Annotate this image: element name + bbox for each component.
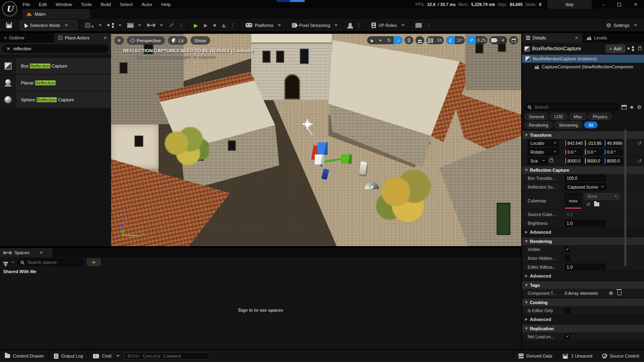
filter-rendering[interactable]: Rendering <box>524 121 553 128</box>
list-item-box-reflection-capture[interactable]: Box Reflection Capture <box>0 58 111 74</box>
settings-dropdown[interactable]: ⚙ Settings <box>603 21 640 30</box>
cinematics-dropdown[interactable] <box>124 21 144 30</box>
reset-location-icon[interactable]: ↺ <box>638 140 642 146</box>
gizmo-handle-z[interactable] <box>318 142 328 155</box>
close-tab-icon[interactable]: ✕ <box>39 250 43 255</box>
rotation-dropdown[interactable]: Rotatio <box>528 148 559 155</box>
stop-button[interactable]: ■ <box>211 21 219 30</box>
rotation-snap-toggle[interactable]: ∠ <box>446 36 455 44</box>
toolbar-overflow-dots[interactable]: ⋮ <box>177 22 186 28</box>
scale-lock-icon[interactable] <box>549 159 553 162</box>
pixel-streaming-dropdown[interactable]: Pixel Streaming <box>289 21 341 30</box>
favorites-star-icon[interactable]: ★ <box>630 104 634 110</box>
gizmo-center[interactable] <box>315 154 324 165</box>
cubemap-use-selected-icon[interactable]: ↺ <box>586 202 590 207</box>
editor-billboard-field[interactable]: 1.0 <box>565 264 606 270</box>
eject-button[interactable]: ▲ <box>219 21 229 30</box>
section-replication[interactable]: ▾ Replication <box>522 325 644 332</box>
world-space-button[interactable] <box>405 36 413 44</box>
selection-mode-dropdown[interactable]: Selection Mode <box>20 21 77 30</box>
maximize-button[interactable] <box>617 3 621 6</box>
viewport-options-button[interactable]: ≡ <box>114 36 124 45</box>
trash-icon[interactable] <box>617 291 621 295</box>
cmd-dropdown[interactable]: >_ Cmd <box>88 350 124 362</box>
tab-details[interactable]: Details ✕ <box>522 33 582 43</box>
details-settings-gear-icon[interactable]: ⚙ <box>637 104 642 110</box>
perspective-dropdown[interactable]: Perspective <box>127 36 165 45</box>
derived-data-button[interactable]: Derived Data <box>513 350 557 362</box>
move-tool[interactable]: + <box>376 36 385 44</box>
actor-hidden-checkbox[interactable] <box>565 255 570 261</box>
location-y-field[interactable]: -313.85 <box>584 140 603 146</box>
content-drawer-button[interactable]: Content Drawer <box>0 350 49 362</box>
advanced-row-cooking[interactable]: ▸ Advanced <box>522 315 644 324</box>
cubemap-thumbnail[interactable]: None <box>565 193 582 209</box>
unreal-logo[interactable]: U <box>2 1 17 16</box>
sequencer-dropdown[interactable] <box>144 21 166 30</box>
camera-speed-toggle[interactable] <box>489 36 498 44</box>
point-light-sprite[interactable] <box>302 119 313 130</box>
platforms-dropdown[interactable]: Platforms <box>243 21 284 30</box>
output-log-button[interactable]: Output Log <box>49 350 88 362</box>
close-button[interactable]: ✕ <box>634 2 638 7</box>
menu-file[interactable]: File <box>23 2 30 7</box>
list-item-planar-reflection[interactable]: Planar Reflection <box>0 75 111 91</box>
place-actors-search-input[interactable] <box>2 45 109 53</box>
level-viewport[interactable]: Z X Y ≡ Perspective Lit Show REFLECTION … <box>111 34 521 246</box>
section-tags[interactable]: ▾ Tags <box>522 281 644 289</box>
details-search-input[interactable] <box>524 103 619 111</box>
presence-dots[interactable]: ⋮ <box>355 22 363 28</box>
rotation-snap-value[interactable]: 10° <box>455 36 465 44</box>
scale-y-field[interactable]: 8000.0 <box>584 158 603 164</box>
select-tool[interactable] <box>367 36 376 44</box>
rotation-y-field[interactable]: 0.0 ° <box>584 149 603 155</box>
scale-z-field[interactable]: 8000.0 <box>604 158 623 164</box>
level-tab-main[interactable]: Main• <box>23 9 90 19</box>
tree-row-instance[interactable]: BoxReflectionCapture (Instance) <box>522 55 644 63</box>
location-dropdown[interactable]: Locatio <box>528 140 559 146</box>
blueprints-dropdown[interactable] <box>105 21 124 30</box>
scale-x-field[interactable]: 8000.0 <box>565 158 583 164</box>
gizmo-stem-y[interactable] <box>323 158 343 163</box>
menu-edit[interactable]: Edit <box>39 2 47 7</box>
vcam-dots[interactable]: ⋮ <box>425 22 433 28</box>
rotate-tool[interactable]: ↻ <box>385 36 394 44</box>
add-tag-icon[interactable]: ⊕ <box>609 290 613 296</box>
tab-place-actors[interactable]: Place Actors ✕ <box>54 33 111 43</box>
filter-general[interactable]: General <box>524 113 548 120</box>
filter-streaming[interactable]: Streaming <box>554 121 582 128</box>
location-z-field[interactable]: 49.9999 <box>604 140 623 146</box>
filter-physics[interactable]: Physics <box>588 113 612 120</box>
add-component-button[interactable]: + Add <box>606 45 625 53</box>
close-tab-icon[interactable]: ✕ <box>103 35 107 41</box>
source-control-button[interactable]: Source Control <box>597 350 644 362</box>
close-tab-icon[interactable]: ✕ <box>575 35 578 41</box>
add-actor-dropdown[interactable]: + <box>83 21 105 30</box>
reflection-source-dropdown[interactable]: Captured Scene <box>565 183 607 190</box>
lock-icon[interactable] <box>638 47 642 50</box>
presence-button[interactable] <box>346 21 355 30</box>
scale-dropdown[interactable]: Sca <box>528 157 548 164</box>
minimize-button[interactable]: – <box>602 2 605 7</box>
save-button[interactable] <box>3 21 15 30</box>
sky-light-sprite[interactable] <box>365 182 379 193</box>
tree-row-capture-component[interactable]: CaptureComponent (NewReflectionComponen <box>522 63 644 71</box>
spaces-filter-button[interactable] <box>3 262 14 263</box>
spaces-search-input[interactable] <box>17 259 84 266</box>
scale-snap-value[interactable]: 0.25 <box>476 36 487 44</box>
show-dropdown[interactable]: Show <box>190 36 210 45</box>
gizmo-handle-y[interactable] <box>341 154 352 164</box>
scale-tool[interactable]: ↔ <box>394 36 402 44</box>
filter-all[interactable]: All <box>584 121 598 128</box>
reset-scale-icon[interactable]: ↺ <box>638 158 642 164</box>
display-settings-icon[interactable] <box>621 105 627 109</box>
details-scrollbar[interactable] <box>624 130 626 266</box>
skip-button[interactable]: ▶ <box>201 21 210 30</box>
cubemap-browse-icon[interactable] <box>594 202 599 206</box>
menu-build[interactable]: Build <box>101 2 111 7</box>
list-item-sphere-reflection-capture[interactable]: Sphere Reflection Capture <box>0 92 111 108</box>
tab-levels[interactable]: Levels <box>582 33 611 43</box>
play-button[interactable]: ▶ <box>191 21 201 30</box>
filter-lod[interactable]: LOD <box>550 113 568 120</box>
tab-outliner[interactable]: ≡ Outliner <box>0 33 54 43</box>
